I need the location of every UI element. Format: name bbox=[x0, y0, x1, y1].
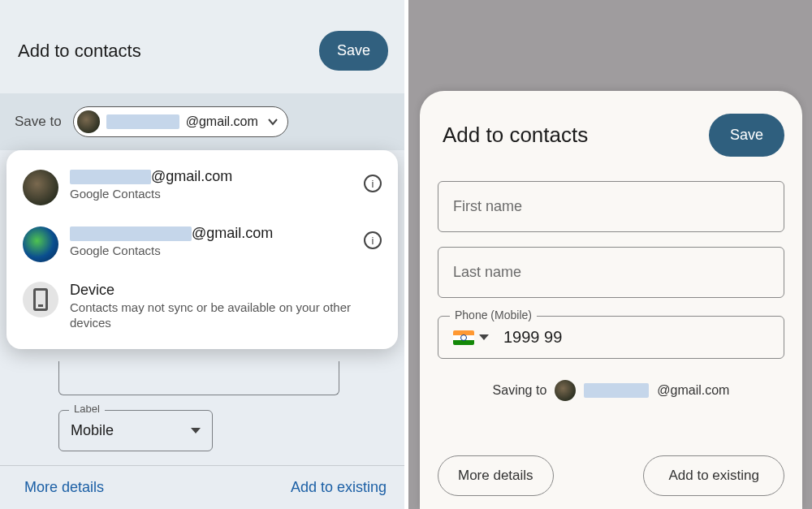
label-value: Mobile bbox=[71, 422, 114, 439]
last-name-field[interactable]: Last name bbox=[438, 247, 784, 298]
email-suffix: @gmail.com bbox=[186, 114, 258, 129]
more-details-button[interactable]: More details bbox=[438, 455, 554, 496]
footer-actions: More details Add to existing bbox=[0, 465, 404, 509]
save-button[interactable]: Save bbox=[709, 114, 784, 157]
account-sublabel: Google Contacts bbox=[70, 187, 352, 202]
avatar bbox=[23, 226, 58, 262]
avatar bbox=[555, 380, 576, 401]
save-button[interactable]: Save bbox=[319, 31, 388, 71]
country-selector[interactable] bbox=[453, 330, 489, 345]
info-icon[interactable]: i bbox=[364, 231, 382, 249]
first-name-field[interactable]: First name bbox=[438, 181, 784, 232]
redacted-email-prefix bbox=[584, 383, 649, 398]
last-name-placeholder: Last name bbox=[453, 264, 521, 280]
partial-field[interactable] bbox=[58, 361, 339, 395]
redacted-email-prefix bbox=[70, 170, 151, 184]
first-name-placeholder: First name bbox=[453, 198, 522, 214]
email-suffix: @gmail.com bbox=[192, 225, 273, 242]
email-suffix: @gmail.com bbox=[151, 168, 232, 185]
save-to-account-chip[interactable]: @gmail.com bbox=[73, 106, 288, 137]
left-screenshot: Add to contacts Save Save to @gmail.com … bbox=[0, 0, 404, 509]
header: Add to contacts Save bbox=[0, 0, 404, 93]
bottom-sheet: Add to contacts Save First name Last nam… bbox=[420, 91, 802, 509]
device-icon bbox=[23, 282, 58, 317]
device-sublabel: Contacts may not sync or be available on… bbox=[70, 300, 382, 331]
avatar bbox=[77, 110, 100, 133]
more-details-link[interactable]: More details bbox=[24, 479, 104, 496]
email-suffix: @gmail.com bbox=[657, 383, 729, 398]
sheet-header: Add to contacts Save bbox=[443, 114, 784, 157]
account-dropdown: @gmail.com Google Contacts i @gmail.com … bbox=[6, 150, 398, 349]
label-dropdown[interactable]: Label Mobile bbox=[58, 410, 213, 451]
device-title: Device bbox=[70, 282, 382, 299]
label-float: Label bbox=[69, 403, 105, 415]
info-icon[interactable]: i bbox=[364, 175, 382, 192]
device-option[interactable]: Device Contacts may not sync or be avail… bbox=[11, 272, 393, 341]
dropdown-caret-icon bbox=[191, 428, 201, 434]
flag-india-icon bbox=[453, 330, 474, 345]
avatar bbox=[23, 170, 58, 205]
save-to-row: Save to @gmail.com bbox=[0, 93, 404, 150]
saving-to-label: Saving to bbox=[493, 383, 547, 398]
saving-to-row: Saving to @gmail.com bbox=[438, 380, 784, 401]
page-title: Add to contacts bbox=[18, 41, 141, 62]
account-option-1[interactable]: @gmail.com Google Contacts i bbox=[11, 158, 393, 215]
footer-actions: More details Add to existing bbox=[438, 455, 784, 496]
phone-value: 1999 99 bbox=[503, 328, 562, 347]
account-sublabel: Google Contacts bbox=[70, 244, 352, 259]
phone-field[interactable]: Phone (Mobile) 1999 99 bbox=[438, 316, 784, 359]
background-form-area: Label Mobile bbox=[0, 361, 404, 451]
add-to-existing-button[interactable]: Add to existing bbox=[643, 455, 784, 496]
save-to-label: Save to bbox=[15, 114, 62, 130]
chevron-down-icon bbox=[266, 115, 279, 128]
redacted-email-prefix bbox=[106, 114, 179, 129]
add-to-existing-link[interactable]: Add to existing bbox=[291, 479, 387, 496]
dropdown-caret-icon bbox=[479, 334, 489, 340]
page-title: Add to contacts bbox=[443, 123, 588, 148]
account-option-2[interactable]: @gmail.com Google Contacts i bbox=[11, 215, 393, 272]
phone-float-label: Phone (Mobile) bbox=[450, 308, 537, 321]
right-screenshot: Add to contacts Save First name Last nam… bbox=[408, 0, 812, 509]
redacted-email-prefix bbox=[70, 226, 192, 241]
